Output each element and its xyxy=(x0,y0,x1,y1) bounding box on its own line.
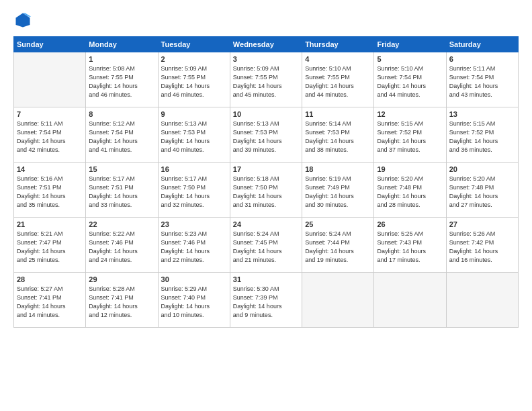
day-info: Sunrise: 5:24 AMSunset: 7:44 PMDaylight:… xyxy=(305,230,371,265)
day-cell: 24Sunrise: 5:24 AMSunset: 7:45 PMDayligh… xyxy=(230,218,302,273)
day-cell: 18Sunrise: 5:19 AMSunset: 7:49 PMDayligh… xyxy=(302,163,374,218)
day-info: Sunrise: 5:10 AMSunset: 7:55 PMDaylight:… xyxy=(305,64,371,99)
day-cell: 17Sunrise: 5:18 AMSunset: 7:50 PMDayligh… xyxy=(230,163,302,218)
day-number: 28 xyxy=(17,275,83,283)
day-number: 18 xyxy=(305,165,371,173)
header-day: Thursday xyxy=(302,37,374,52)
day-number: 17 xyxy=(233,165,299,173)
calendar-table: SundayMondayTuesdayWednesdayThursdayFrid… xyxy=(13,36,519,328)
day-number: 24 xyxy=(233,220,299,228)
day-info: Sunrise: 5:11 AMSunset: 7:54 PMDaylight:… xyxy=(17,120,83,154)
day-cell: 1Sunrise: 5:08 AMSunset: 7:55 PMDaylight… xyxy=(86,52,158,107)
header-day: Monday xyxy=(86,37,158,52)
day-cell: 22Sunrise: 5:22 AMSunset: 7:46 PMDayligh… xyxy=(86,218,158,273)
logo xyxy=(13,11,35,30)
day-info: Sunrise: 5:17 AMSunset: 7:50 PMDaylight:… xyxy=(161,175,227,210)
header-day: Tuesday xyxy=(158,37,230,52)
day-number: 10 xyxy=(233,110,299,118)
day-cell: 30Sunrise: 5:29 AMSunset: 7:40 PMDayligh… xyxy=(158,273,230,328)
day-info: Sunrise: 5:14 AMSunset: 7:53 PMDaylight:… xyxy=(305,120,371,154)
day-cell xyxy=(302,273,374,328)
day-cell: 13Sunrise: 5:15 AMSunset: 7:52 PMDayligh… xyxy=(446,107,518,163)
day-number: 4 xyxy=(305,55,371,63)
day-info: Sunrise: 5:20 AMSunset: 7:48 PMDaylight:… xyxy=(449,175,515,210)
day-info: Sunrise: 5:24 AMSunset: 7:45 PMDaylight:… xyxy=(233,230,299,265)
day-number: 19 xyxy=(377,165,443,173)
day-cell: 31Sunrise: 5:30 AMSunset: 7:39 PMDayligh… xyxy=(230,273,302,328)
day-info: Sunrise: 5:29 AMSunset: 7:40 PMDaylight:… xyxy=(161,285,227,320)
day-cell: 26Sunrise: 5:25 AMSunset: 7:43 PMDayligh… xyxy=(374,218,446,273)
day-number: 31 xyxy=(233,275,299,283)
day-number: 7 xyxy=(17,110,83,118)
day-cell: 4Sunrise: 5:10 AMSunset: 7:55 PMDaylight… xyxy=(302,52,374,107)
day-cell: 6Sunrise: 5:11 AMSunset: 7:54 PMDaylight… xyxy=(446,52,518,107)
day-number: 5 xyxy=(377,55,443,63)
day-number: 20 xyxy=(449,165,515,173)
day-info: Sunrise: 5:23 AMSunset: 7:46 PMDaylight:… xyxy=(161,230,227,265)
day-info: Sunrise: 5:19 AMSunset: 7:49 PMDaylight:… xyxy=(305,175,371,210)
calendar-body: 1Sunrise: 5:08 AMSunset: 7:55 PMDaylight… xyxy=(14,52,519,328)
day-cell xyxy=(446,273,518,328)
day-info: Sunrise: 5:15 AMSunset: 7:52 PMDaylight:… xyxy=(377,120,443,154)
day-number: 30 xyxy=(161,275,227,283)
day-cell: 16Sunrise: 5:17 AMSunset: 7:50 PMDayligh… xyxy=(158,163,230,218)
day-number: 1 xyxy=(89,55,154,63)
page: SundayMondayTuesdayWednesdayThursdayFrid… xyxy=(0,0,532,411)
week-row: 14Sunrise: 5:16 AMSunset: 7:51 PMDayligh… xyxy=(14,163,519,218)
day-number: 27 xyxy=(449,220,515,228)
day-info: Sunrise: 5:08 AMSunset: 7:55 PMDaylight:… xyxy=(89,64,154,99)
day-info: Sunrise: 5:25 AMSunset: 7:43 PMDaylight:… xyxy=(377,230,443,265)
day-cell: 3Sunrise: 5:09 AMSunset: 7:55 PMDaylight… xyxy=(230,52,302,107)
day-number: 13 xyxy=(449,110,515,118)
day-cell: 25Sunrise: 5:24 AMSunset: 7:44 PMDayligh… xyxy=(302,218,374,273)
day-cell: 20Sunrise: 5:20 AMSunset: 7:48 PMDayligh… xyxy=(446,163,518,218)
day-cell: 15Sunrise: 5:17 AMSunset: 7:51 PMDayligh… xyxy=(86,163,158,218)
day-number: 11 xyxy=(305,110,371,118)
day-cell: 14Sunrise: 5:16 AMSunset: 7:51 PMDayligh… xyxy=(14,163,86,218)
day-number: 14 xyxy=(17,165,83,173)
day-number: 8 xyxy=(89,110,154,118)
day-cell: 10Sunrise: 5:13 AMSunset: 7:53 PMDayligh… xyxy=(230,107,302,163)
day-number: 15 xyxy=(89,165,154,173)
day-cell: 28Sunrise: 5:27 AMSunset: 7:41 PMDayligh… xyxy=(14,273,86,328)
day-cell: 11Sunrise: 5:14 AMSunset: 7:53 PMDayligh… xyxy=(302,107,374,163)
day-cell: 12Sunrise: 5:15 AMSunset: 7:52 PMDayligh… xyxy=(374,107,446,163)
week-row: 7Sunrise: 5:11 AMSunset: 7:54 PMDaylight… xyxy=(14,107,519,163)
day-info: Sunrise: 5:28 AMSunset: 7:41 PMDaylight:… xyxy=(89,285,154,320)
day-number: 6 xyxy=(449,55,515,63)
week-row: 28Sunrise: 5:27 AMSunset: 7:41 PMDayligh… xyxy=(14,273,519,328)
week-row: 21Sunrise: 5:21 AMSunset: 7:47 PMDayligh… xyxy=(14,218,519,273)
calendar-header: SundayMondayTuesdayWednesdayThursdayFrid… xyxy=(14,37,519,52)
day-info: Sunrise: 5:27 AMSunset: 7:41 PMDaylight:… xyxy=(17,285,83,320)
day-cell xyxy=(14,52,86,107)
header-day: Saturday xyxy=(446,37,518,52)
day-cell: 8Sunrise: 5:12 AMSunset: 7:54 PMDaylight… xyxy=(86,107,158,163)
day-number: 25 xyxy=(305,220,371,228)
day-cell: 21Sunrise: 5:21 AMSunset: 7:47 PMDayligh… xyxy=(14,218,86,273)
day-info: Sunrise: 5:26 AMSunset: 7:42 PMDaylight:… xyxy=(449,230,515,265)
day-info: Sunrise: 5:13 AMSunset: 7:53 PMDaylight:… xyxy=(233,120,299,154)
logo-icon xyxy=(13,11,32,30)
day-info: Sunrise: 5:21 AMSunset: 7:47 PMDaylight:… xyxy=(17,230,83,265)
header-row: SundayMondayTuesdayWednesdayThursdayFrid… xyxy=(14,37,519,52)
day-info: Sunrise: 5:18 AMSunset: 7:50 PMDaylight:… xyxy=(233,175,299,210)
day-number: 23 xyxy=(161,220,227,228)
day-info: Sunrise: 5:22 AMSunset: 7:46 PMDaylight:… xyxy=(89,230,154,265)
day-cell: 9Sunrise: 5:13 AMSunset: 7:53 PMDaylight… xyxy=(158,107,230,163)
day-info: Sunrise: 5:09 AMSunset: 7:55 PMDaylight:… xyxy=(233,64,299,99)
header-day: Friday xyxy=(374,37,446,52)
day-cell: 27Sunrise: 5:26 AMSunset: 7:42 PMDayligh… xyxy=(446,218,518,273)
day-info: Sunrise: 5:10 AMSunset: 7:54 PMDaylight:… xyxy=(377,64,443,99)
day-cell: 19Sunrise: 5:20 AMSunset: 7:48 PMDayligh… xyxy=(374,163,446,218)
day-cell xyxy=(374,273,446,328)
day-cell: 7Sunrise: 5:11 AMSunset: 7:54 PMDaylight… xyxy=(14,107,86,163)
day-cell: 5Sunrise: 5:10 AMSunset: 7:54 PMDaylight… xyxy=(374,52,446,107)
day-number: 21 xyxy=(17,220,83,228)
day-number: 16 xyxy=(161,165,227,173)
day-cell: 29Sunrise: 5:28 AMSunset: 7:41 PMDayligh… xyxy=(86,273,158,328)
day-cell: 23Sunrise: 5:23 AMSunset: 7:46 PMDayligh… xyxy=(158,218,230,273)
day-info: Sunrise: 5:13 AMSunset: 7:53 PMDaylight:… xyxy=(161,120,227,154)
day-cell: 2Sunrise: 5:09 AMSunset: 7:55 PMDaylight… xyxy=(158,52,230,107)
day-number: 3 xyxy=(233,55,299,63)
day-info: Sunrise: 5:11 AMSunset: 7:54 PMDaylight:… xyxy=(449,64,515,99)
